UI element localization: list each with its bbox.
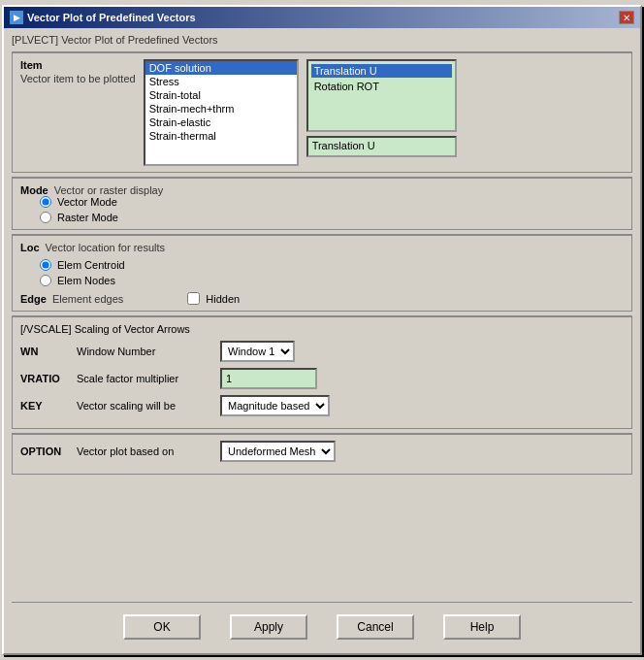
edge-key: Edge [20, 293, 47, 305]
vscale-header: [/VSCALE] Scaling of Vector Arrows [20, 323, 624, 335]
title-bar-left: ▶ Vector Plot of Predefined Vectors [10, 11, 196, 24]
list-item[interactable]: Stress [145, 75, 297, 88]
loc-key: Loc [20, 242, 40, 253]
item-key: Item [20, 59, 136, 71]
button-bar: OK Apply Cancel Help [12, 607, 632, 647]
raster-mode-label: Raster Mode [57, 212, 118, 223]
list-item[interactable]: Strain-mech+thrm [145, 102, 297, 116]
key-desc: Vector scaling will be [77, 400, 212, 412]
wn-select[interactable]: Window 1 Window 2 Window 3 Window 4 [220, 341, 295, 362]
translation-box: Translation U Rotation ROT [306, 59, 457, 132]
loc-desc: Vector location for results [46, 242, 166, 253]
list-item[interactable]: Strain-elastic [145, 116, 297, 129]
wn-desc: Window Number [77, 346, 212, 357]
item-section: Item Vector item to be plotted DOF solut… [12, 51, 632, 173]
loc-label-row: Loc Vector location for results [20, 242, 624, 253]
elem-nodes-label: Elem Nodes [57, 275, 115, 286]
elem-centroid-option[interactable]: Elem Centroid [40, 259, 624, 271]
hidden-label: Hidden [206, 293, 240, 305]
vratio-desc: Scale factor multiplier [77, 373, 212, 384]
elem-centroid-label: Elem Centroid [57, 259, 125, 271]
content-area: [PLVECT] Vector Plot of Predefined Vecto… [4, 28, 640, 653]
option-dropdown-container: Undeformed Mesh Deformed Mesh [220, 441, 336, 462]
vscale-section: [/VSCALE] Scaling of Vector Arrows WN Wi… [12, 315, 632, 429]
title-bar: ▶ Vector Plot of Predefined Vectors ✕ [4, 7, 640, 28]
mode-section: Mode Vector or raster display Vector Mod… [12, 177, 632, 230]
option-section: OPTION Vector plot based on Undeformed M… [12, 433, 632, 475]
button-separator [12, 602, 632, 603]
mode-radio-group: Vector Mode Raster Mode [40, 196, 624, 223]
translation-bottom: Translation U [306, 136, 457, 157]
item-desc: Vector item to be plotted [20, 73, 136, 84]
elem-nodes-radio[interactable] [40, 275, 51, 286]
translation-selected-row[interactable]: Translation U [311, 64, 452, 78]
spacer [12, 478, 632, 598]
list-item[interactable]: Strain-thermal [145, 129, 297, 143]
listbox-container: DOF solution Stress Strain-total Strain-… [144, 59, 299, 166]
main-window: ▶ Vector Plot of Predefined Vectors ✕ [P… [2, 5, 642, 655]
ok-button[interactable]: OK [123, 614, 201, 640]
key-select[interactable]: Magnitude based Uniform None [220, 395, 330, 416]
wn-dropdown-container: Window 1 Window 2 Window 3 Window 4 [220, 341, 295, 362]
hidden-checkbox-row[interactable]: Hidden [187, 292, 240, 305]
key-row: KEY Vector scaling will be Magnitude bas… [20, 395, 624, 416]
item-row: Item Vector item to be plotted DOF solut… [20, 59, 624, 166]
vratio-input[interactable]: 1 [220, 368, 317, 389]
elem-centroid-radio[interactable] [40, 259, 51, 271]
option-row: OPTION Vector plot based on Undeformed M… [20, 441, 624, 462]
raster-mode-option[interactable]: Raster Mode [40, 212, 624, 223]
item-listbox[interactable]: DOF solution Stress Strain-total Strain-… [144, 59, 299, 166]
key-dropdown-container: Magnitude based Uniform None [220, 395, 330, 416]
pvect-label: [PLVECT] Vector Plot of Predefined Vecto… [12, 34, 632, 46]
hidden-checkbox[interactable] [187, 292, 200, 305]
right-panel: Translation U Rotation ROT Translation U [306, 59, 457, 157]
cancel-button[interactable]: Cancel [337, 614, 414, 640]
vector-mode-option[interactable]: Vector Mode [40, 196, 624, 208]
key-key: KEY [20, 400, 69, 412]
elem-nodes-option[interactable]: Elem Nodes [40, 275, 624, 286]
loc-edge-section: Loc Vector location for results Elem Cen… [12, 234, 632, 312]
apply-button[interactable]: Apply [230, 614, 307, 640]
close-button[interactable]: ✕ [619, 11, 634, 24]
raster-mode-radio[interactable] [40, 212, 51, 223]
help-button[interactable]: Help [443, 614, 521, 640]
option-desc: Vector plot based on [77, 446, 212, 457]
mode-key: Mode [20, 184, 48, 196]
wn-key: WN [20, 346, 69, 357]
app-icon: ▶ [10, 11, 23, 24]
window-title: Vector Plot of Predefined Vectors [27, 12, 196, 23]
wn-row: WN Window Number Window 1 Window 2 Windo… [20, 341, 624, 362]
list-item[interactable]: Strain-total [145, 88, 297, 102]
option-key: OPTION [20, 446, 69, 457]
rotation-row[interactable]: Rotation ROT [311, 80, 452, 93]
vector-mode-label: Vector Mode [57, 196, 117, 208]
edge-label-row: Edge Element edges Hidden [20, 292, 624, 305]
mode-desc: Vector or raster display [54, 184, 164, 196]
mode-label-row: Mode Vector or raster display [20, 184, 624, 196]
list-item[interactable]: DOF solution [145, 61, 297, 75]
vratio-key: VRATIO [20, 373, 69, 384]
edge-desc: Element edges [52, 293, 123, 305]
option-select[interactable]: Undeformed Mesh Deformed Mesh [220, 441, 336, 462]
vratio-row: VRATIO Scale factor multiplier 1 [20, 368, 624, 389]
vector-mode-radio[interactable] [40, 196, 51, 208]
item-label-col: Item Vector item to be plotted [20, 59, 136, 84]
loc-radio-group: Elem Centroid Elem Nodes [40, 259, 624, 286]
